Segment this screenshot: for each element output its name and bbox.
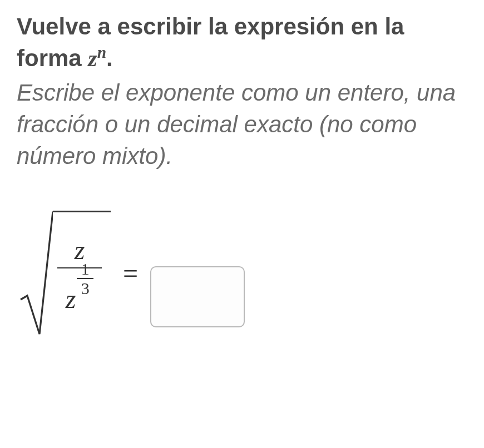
math-z-base: z [88, 46, 97, 71]
denominator-content: z 1 3 [66, 271, 94, 314]
radical-icon [19, 211, 53, 336]
exp-denominator: 3 [81, 279, 90, 297]
exponent-fraction: 1 3 [77, 260, 93, 297]
math-n-exponent: n [97, 43, 106, 61]
prompt-period: . [106, 45, 113, 71]
prompt-instruction: Vuelve a escribir la expresión en la for… [17, 11, 467, 74]
fraction-denominator: z 1 3 [61, 268, 98, 316]
main-fraction: z z 1 3 [57, 232, 102, 317]
radicand: z z 1 3 [53, 211, 111, 336]
exp-numerator: 1 [81, 260, 90, 278]
prompt-hint: Escribe el exponente como un entero, una… [17, 77, 467, 172]
square-root-expression: z z 1 3 [19, 211, 111, 336]
prompt-bold-text: Vuelve a escribir la expresión en la for… [17, 13, 404, 71]
equals-sign: = [123, 258, 138, 288]
denominator-z: z [66, 283, 76, 314]
answer-input[interactable] [150, 266, 245, 327]
equation-row: z z 1 3 = [19, 211, 467, 336]
